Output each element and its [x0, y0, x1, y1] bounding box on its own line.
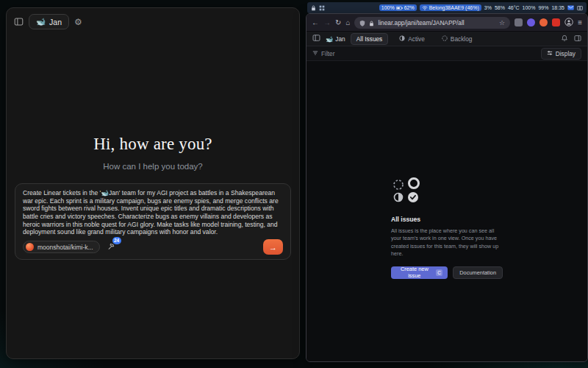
memory-indicator[interactable]: 58% [495, 5, 505, 10]
browser-toolbar: ← → ↻ ⌂ linear.app/jani/team/JANAPP/all … [306, 14, 587, 32]
greeting-title: Hi, how are you? [7, 135, 299, 154]
tools-button[interactable]: 24 [107, 241, 115, 252]
assistant-name: Jan [49, 18, 62, 26]
extension-puzzle-icon[interactable] [514, 18, 523, 26]
cpu-indicator[interactable]: 3% [484, 5, 492, 10]
filter-button[interactable]: Filter [312, 50, 334, 57]
arrow-right-icon: → [269, 243, 277, 252]
home-icon[interactable]: ⌂ [345, 19, 350, 26]
create-new-issue-button[interactable]: Create new issue C [391, 266, 448, 279]
network-name: Belong38AAE9 (46%) [429, 5, 479, 10]
padlock-icon[interactable] [369, 16, 374, 29]
prompt-input[interactable]: Create Linear tickets in the '🐋Jan' team… [15, 183, 291, 260]
tools-count-badge: 24 [112, 237, 121, 244]
prompt-toolbar: moonshotai/kimi-k... 24 → [23, 239, 283, 255]
adblock-shield-icon[interactable] [552, 18, 560, 26]
screenshot-icon[interactable] [577, 5, 583, 10]
linear-content: All issues All issues is the place where… [306, 61, 587, 362]
refresh-icon[interactable]: ↻ [335, 19, 341, 26]
half-circle-icon [399, 35, 405, 43]
browser-window: ← → ↻ ⌂ linear.app/jani/team/JANAPP/all … [306, 13, 588, 362]
tab-active[interactable]: Active [393, 33, 431, 45]
whale-emoji: 🐋 [326, 35, 333, 43]
greeting-block: Hi, how are you? How can I help you toda… [7, 135, 299, 171]
sliders-icon [547, 50, 553, 57]
profile-icon[interactable] [564, 16, 573, 29]
display-button[interactable]: Display [541, 48, 581, 60]
back-icon[interactable]: ← [312, 19, 319, 26]
battery-indicator[interactable]: 100% 62% [379, 4, 417, 11]
linear-team-label[interactable]: 🐋 Jan [326, 35, 345, 43]
tab-all-issues[interactable]: All Issues [351, 33, 389, 45]
battery-percent: 62% [404, 5, 415, 10]
bookmark-star-icon[interactable]: ☆ [499, 19, 505, 26]
layout-panel-icon[interactable] [574, 35, 581, 43]
dashed-circle-icon [442, 35, 448, 43]
bell-icon[interactable] [561, 35, 568, 43]
extension-purple-icon[interactable] [527, 18, 535, 26]
charge-percent: 100% [381, 5, 395, 10]
linear-sidebar-toggle-icon[interactable] [312, 34, 320, 43]
volume-indicator[interactable]: 99% [538, 5, 548, 10]
issue-status-icons [391, 194, 426, 206]
empty-state-actions: Create new issue C Documentation [391, 266, 503, 279]
url-text[interactable]: linear.app/jani/team/JANAPP/all [378, 19, 495, 26]
forward-icon[interactable]: → [323, 19, 331, 26]
address-bar[interactable]: linear.app/jani/team/JANAPP/all ☆ [354, 17, 510, 29]
workspaces-icon[interactable] [319, 5, 325, 11]
mail-icon[interactable] [567, 5, 574, 10]
model-name: moonshotai/kimi-k... [37, 244, 93, 251]
whale-emoji: 🐋 [36, 17, 46, 26]
battery-icon [396, 6, 403, 10]
sidebar-toggle-icon[interactable] [14, 17, 24, 26]
send-button[interactable]: → [263, 239, 283, 255]
wifi-icon [422, 6, 428, 10]
greeting-subtitle: How can I help you today? [7, 162, 299, 171]
chat-header: 🐋 Jan ⚙ [7, 8, 299, 35]
filter-icon [312, 50, 318, 57]
shortcut-chip: C [436, 269, 443, 276]
empty-state: All issues All issues is the place where… [391, 177, 503, 279]
jan-app-window: 🐋 Jan ⚙ Hi, how are you? How can I help … [6, 7, 300, 359]
assistant-selector[interactable]: 🐋 Jan [29, 14, 69, 29]
network-indicator[interactable]: Belong38AAE9 (46%) [420, 4, 481, 11]
linear-topbar: 🐋 Jan All Issues Active Backlog [306, 32, 587, 46]
prompt-text[interactable]: Create Linear tickets in the '🐋Jan' team… [23, 189, 283, 236]
extension-orange-icon[interactable] [539, 18, 548, 26]
documentation-button[interactable]: Documentation [453, 266, 503, 279]
moonshot-logo-icon [26, 243, 34, 251]
lock-icon[interactable] [311, 5, 316, 11]
clock[interactable]: 18:35 [551, 5, 564, 10]
right-pane: 100% 62% Belong38AAE9 (46%) 3% 58% 46°C … [304, 0, 588, 368]
empty-state-title: All issues [391, 216, 503, 223]
system-status-bar: 100% 62% Belong38AAE9 (46%) 3% 58% 46°C … [307, 2, 587, 13]
shield-icon[interactable] [359, 16, 365, 29]
tab-backlog[interactable]: Backlog [436, 33, 478, 45]
disk-indicator[interactable]: 100% [523, 5, 536, 10]
gear-icon[interactable]: ⚙ [74, 18, 82, 26]
menu-icon[interactable]: ≡ [578, 19, 582, 26]
empty-state-description: All issues is the place where you can se… [391, 227, 503, 258]
model-selector[interactable]: moonshotai/kimi-k... [23, 241, 100, 253]
linear-filterbar: Filter Display [306, 46, 587, 61]
temperature-indicator[interactable]: 46°C [508, 5, 520, 10]
